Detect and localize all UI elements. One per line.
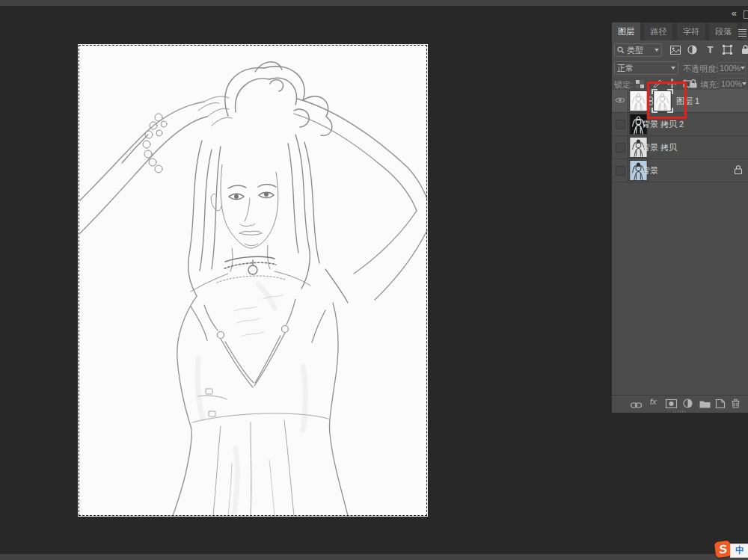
tab-layers[interactable]: 图层 <box>612 22 640 40</box>
filter-type-layers-icon[interactable]: T <box>704 43 717 57</box>
chevron-down-icon <box>671 67 675 70</box>
blend-mode-value: 正常 <box>617 63 634 74</box>
panel-tab-bar: 图层 路径 字符 段落 通道 <box>612 22 748 40</box>
filter-kind-dropdown[interactable]: 类型 <box>614 43 662 57</box>
fill-label: 填充: <box>700 79 719 90</box>
layer-row-bg-copy[interactable]: 背景 拷贝 <box>612 136 748 159</box>
add-layer-mask-icon[interactable] <box>666 398 677 408</box>
filter-smart-object-lock-icon[interactable] <box>739 43 748 57</box>
layer-row-background[interactable]: 背景 <box>612 159 748 182</box>
opacity-value: 100% <box>720 64 741 73</box>
visibility-off-box <box>616 120 625 129</box>
ime-logo-icon[interactable]: S <box>714 541 732 559</box>
tab-character[interactable]: 字符 <box>677 22 705 40</box>
chevron-down-icon <box>654 49 659 52</box>
lock-label: 锁定: <box>614 79 633 90</box>
visibility-off-box <box>616 166 625 176</box>
visibility-well[interactable] <box>612 90 628 112</box>
layers-panel-dock: « 图层 路径 字符 段落 通道 类型 T <box>612 6 748 413</box>
layer-filter-row: 类型 T <box>612 42 748 58</box>
dock-edge-icon[interactable] <box>744 10 748 19</box>
layer-name[interactable]: 背景 拷贝 2 <box>642 119 684 130</box>
chevron-down-icon <box>742 82 747 85</box>
dock-header: « <box>612 6 748 22</box>
new-layer-icon[interactable] <box>716 398 725 408</box>
panel-resize-grip[interactable] <box>673 410 687 413</box>
window-top-strip <box>0 0 748 6</box>
visibility-well[interactable] <box>612 159 628 182</box>
pencil-sketch-artwork <box>79 45 427 516</box>
layer-name[interactable]: 背景 拷贝 <box>642 142 677 153</box>
fill-value: 100% <box>721 79 742 88</box>
blend-mode-dropdown[interactable]: 正常 <box>614 61 678 75</box>
delete-layer-trash-icon[interactable] <box>732 398 740 408</box>
visibility-well[interactable] <box>612 113 628 135</box>
layers-footer-bar: fx <box>612 395 748 411</box>
tab-paths[interactable]: 路径 <box>644 22 672 40</box>
taskbar-strip <box>0 554 748 560</box>
visibility-well[interactable] <box>612 136 628 159</box>
lock-transparency-icon[interactable] <box>634 78 646 89</box>
link-layers-icon[interactable] <box>631 398 642 408</box>
filter-pixel-layers-icon[interactable] <box>669 43 681 57</box>
layer-style-fx-icon[interactable]: fx <box>650 397 657 407</box>
filter-adjustment-layers-icon[interactable] <box>686 43 699 57</box>
opacity-label: 不透明度: <box>683 64 718 75</box>
blend-opacity-row: 正常 不透明度: 100% <box>612 61 748 76</box>
collapse-panel-icon[interactable]: « <box>732 7 736 19</box>
layer-locked-icon <box>735 165 742 174</box>
filter-shape-layers-icon[interactable] <box>721 43 734 57</box>
visibility-off-box <box>616 143 625 153</box>
document-canvas[interactable] <box>79 45 427 516</box>
ime-mode-indicator[interactable]: 中 <box>730 544 748 558</box>
fill-value-dropdown[interactable]: 100% <box>719 78 746 90</box>
opacity-value-dropdown[interactable]: 100% <box>717 62 746 74</box>
filter-kind-label: 类型 <box>627 45 643 56</box>
layer-thumbnail[interactable] <box>630 91 647 111</box>
new-adjustment-layer-icon[interactable] <box>683 398 693 408</box>
search-icon <box>617 46 625 54</box>
chevron-down-icon <box>741 67 745 70</box>
annotation-highlight-rectangle <box>647 81 687 119</box>
tab-paragraph[interactable]: 段落 <box>709 22 738 40</box>
new-group-folder-icon[interactable] <box>699 398 711 408</box>
filter-type-icons: T <box>667 43 748 57</box>
panel-menu-icon[interactable] <box>738 28 747 38</box>
eye-visible-icon <box>615 96 625 104</box>
layer-name[interactable]: 背景 <box>642 165 658 176</box>
lock-all-icon[interactable] <box>686 78 697 89</box>
